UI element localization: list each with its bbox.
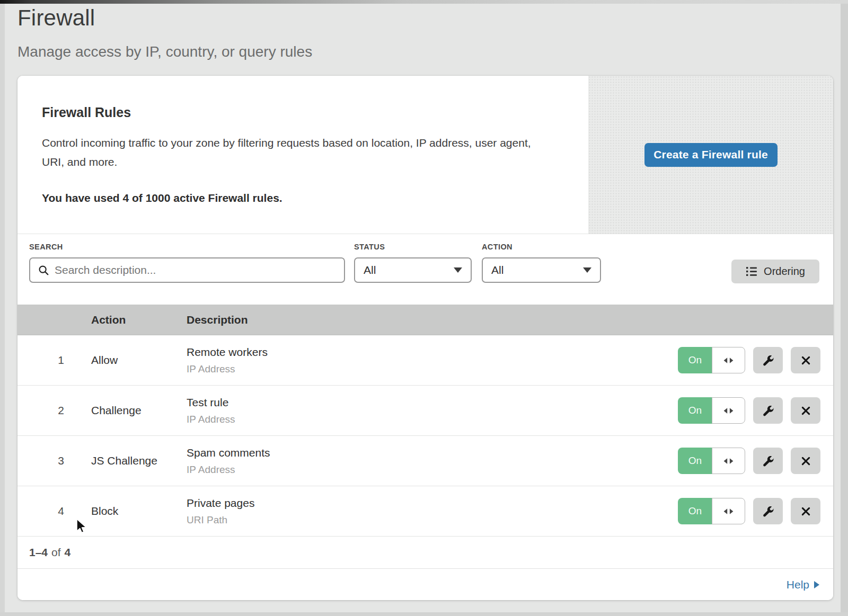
rule-controls: On — [678, 397, 833, 424]
section-title: Firewall Rules — [42, 105, 556, 120]
table-row: 2 Challenge Test rule IP Address On — [17, 386, 833, 436]
pagination-range: 1–4 — [29, 546, 48, 559]
status-filter: STATUS All — [354, 243, 472, 283]
rule-controls: On — [678, 347, 833, 373]
x-icon — [800, 405, 811, 416]
horizontal-arrows-icon — [712, 448, 745, 474]
rule-match-type: IP Address — [187, 363, 678, 375]
search-input-wrapper[interactable] — [29, 257, 345, 283]
rule-controls: On — [678, 498, 833, 524]
rule-match-type: IP Address — [187, 414, 678, 425]
toggle-on-label: On — [678, 448, 712, 474]
horizontal-arrows-icon — [712, 397, 745, 424]
rule-description: Test rule — [187, 396, 678, 409]
filters-bar: SEARCH STATUS All ACTION All — [17, 234, 833, 305]
action-selected-value: All — [491, 264, 504, 276]
usage-summary: You have used 4 of 1000 active Firewall … — [42, 192, 556, 204]
delete-rule-button[interactable] — [791, 347, 820, 373]
frame-edge-right — [841, 4, 848, 616]
rule-action: Allow — [91, 354, 187, 367]
toggle-on-label: On — [678, 498, 712, 524]
rule-enabled-toggle[interactable]: On — [678, 347, 745, 373]
rule-enabled-toggle[interactable]: On — [678, 448, 745, 474]
rule-enabled-toggle[interactable]: On — [678, 397, 745, 424]
rule-description: Remote workers — [187, 346, 678, 359]
firewall-rules-card: Firewall Rules Control incoming traffic … — [17, 76, 833, 600]
action-label: ACTION — [482, 243, 601, 251]
action-filter: ACTION All — [482, 243, 601, 283]
rule-description-cell: Test rule IP Address — [187, 396, 678, 425]
rule-description-cell: Private pages URI Path — [187, 497, 678, 526]
edit-rule-button[interactable] — [753, 448, 783, 474]
delete-rule-button[interactable] — [791, 397, 820, 424]
search-filter: SEARCH — [29, 243, 345, 283]
edit-rule-button[interactable] — [753, 347, 783, 373]
arrow-right-icon — [814, 581, 819, 588]
status-label: STATUS — [354, 243, 472, 251]
toggle-on-label: On — [678, 397, 712, 424]
x-icon — [800, 456, 811, 467]
chevron-down-icon — [454, 267, 462, 273]
overview-text-block: Firewall Rules Control incoming traffic … — [17, 76, 588, 234]
wrench-icon — [762, 404, 775, 417]
search-icon — [38, 264, 49, 276]
delete-rule-button[interactable] — [791, 448, 820, 474]
wrench-icon — [762, 505, 775, 518]
create-firewall-rule-button[interactable]: Create a Firewall rule — [644, 143, 778, 167]
rule-match-type: IP Address — [187, 464, 678, 476]
rule-priority: 2 — [17, 404, 91, 417]
rule-description: Spam comments — [187, 447, 678, 459]
rule-enabled-toggle[interactable]: On — [678, 498, 745, 524]
section-description: Control incoming traffic to your zone by… — [42, 133, 548, 172]
help-link[interactable]: Help — [787, 578, 819, 591]
rule-priority: 4 — [17, 505, 91, 517]
rule-action: JS Challenge — [91, 454, 187, 467]
horizontal-arrows-icon — [712, 347, 745, 373]
toggle-on-label: On — [678, 347, 712, 373]
page-header: Firewall Manage access by IP, country, o… — [17, 5, 312, 60]
action-select[interactable]: All — [482, 257, 601, 283]
rule-priority: 3 — [17, 454, 91, 467]
table-row: 4 Block Private pages URI Path On — [17, 486, 833, 537]
status-selected-value: All — [364, 264, 376, 276]
status-select[interactable]: All — [354, 257, 472, 283]
wrench-icon — [762, 454, 775, 468]
column-action: Action — [91, 314, 187, 326]
x-icon — [800, 506, 811, 517]
table-header: Action Description — [17, 305, 833, 335]
list-icon — [746, 266, 758, 276]
rule-match-type: URI Path — [187, 514, 678, 526]
rule-action: Challenge — [91, 404, 187, 417]
rule-priority: 1 — [17, 354, 91, 367]
pagination: 1–4 of 4 — [17, 537, 833, 568]
table-row: 3 JS Challenge Spam comments IP Address … — [17, 436, 833, 486]
card-footer: Help — [17, 568, 833, 600]
horizontal-arrows-icon — [712, 498, 745, 524]
pagination-total: 4 — [65, 546, 71, 559]
column-description: Description — [187, 314, 833, 326]
ordering-button[interactable]: Ordering — [731, 260, 819, 283]
search-label: SEARCH — [29, 243, 345, 251]
delete-rule-button[interactable] — [791, 498, 820, 524]
rule-description-cell: Remote workers IP Address — [187, 346, 678, 375]
edit-rule-button[interactable] — [753, 498, 783, 524]
pagination-of: of — [51, 546, 61, 559]
edit-rule-button[interactable] — [753, 397, 783, 424]
chevron-down-icon — [583, 267, 591, 273]
create-rule-panel: Create a Firewall rule — [588, 76, 833, 234]
page-title: Firewall — [17, 5, 312, 31]
frame-edge-left — [0, 4, 5, 616]
rule-description-cell: Spam comments IP Address — [187, 447, 678, 476]
search-input[interactable] — [55, 264, 337, 276]
wrench-icon — [762, 354, 775, 367]
help-link-label: Help — [787, 578, 809, 591]
ordering-button-label: Ordering — [764, 265, 805, 278]
frame-edge-top — [0, 0, 848, 4]
rule-description: Private pages — [187, 497, 678, 510]
rule-action: Block — [91, 505, 187, 517]
page-subtitle: Manage access by IP, country, or query r… — [17, 43, 312, 60]
x-icon — [800, 355, 811, 366]
rule-controls: On — [678, 448, 833, 474]
frame-edge-bottom — [0, 612, 848, 616]
table-row: 1 Allow Remote workers IP Address On — [17, 335, 833, 386]
